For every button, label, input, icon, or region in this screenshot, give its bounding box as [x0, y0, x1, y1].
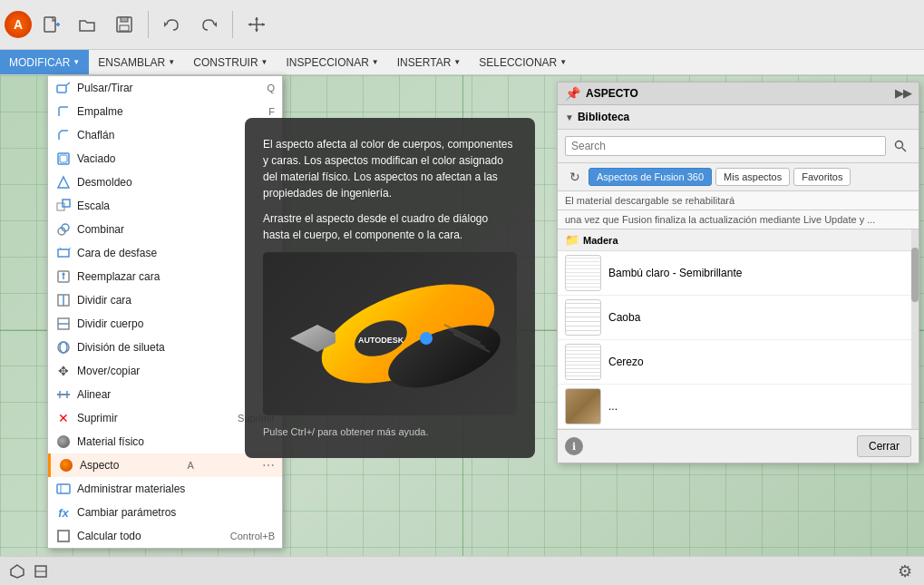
- svg-rect-3: [120, 25, 129, 31]
- svg-marker-16: [58, 177, 69, 188]
- panel-footer: ℹ Cerrar: [558, 429, 919, 463]
- tab-mis-aspectos[interactable]: Mis aspectos: [715, 168, 790, 186]
- material-item-3[interactable]: ...: [558, 385, 919, 429]
- svg-marker-11: [262, 23, 265, 26]
- material-item-2[interactable]: Cerezo: [558, 340, 919, 385]
- settings-button[interactable]: ⚙: [893, 560, 917, 583]
- tooltip-body2: Arrastre el aspecto desde el cuadro de d…: [263, 210, 517, 243]
- swatch-caoba: [565, 299, 601, 336]
- dividir-cara-icon: [55, 292, 72, 308]
- dropdown-item-16[interactable]: Aspecto A ⋯: [48, 453, 282, 477]
- calcular-todo-icon: [55, 528, 72, 544]
- panel-pin-icon[interactable]: 📌: [565, 86, 580, 101]
- svg-marker-8: [255, 17, 258, 20]
- seleccionar-arrow: ▼: [559, 58, 567, 66]
- insertar-arrow: ▼: [453, 58, 461, 66]
- svg-point-43: [420, 332, 433, 345]
- menu-inspeccionar[interactable]: INSPECCIONAR ▼: [277, 50, 387, 74]
- svg-rect-2: [121, 17, 128, 22]
- inspeccionar-arrow: ▼: [372, 58, 379, 66]
- mover-icon: ✥: [55, 363, 72, 379]
- svg-line-23: [69, 248, 71, 249]
- menu-modificar[interactable]: MODIFICAR ▼: [0, 50, 89, 74]
- menu-ensamblar[interactable]: ENSAMBLAR ▼: [89, 50, 184, 74]
- refresh-button[interactable]: ↻: [565, 167, 585, 187]
- tooltip-body1: El aspecto afecta al color de cuerpos, c…: [263, 136, 517, 201]
- menu-bar: MODIFICAR ▼ ENSAMBLAR ▼ CONSTRUIR ▼ INSP…: [0, 50, 924, 75]
- dropdown-item-18[interactable]: fx Cambiar parámetros: [48, 501, 282, 524]
- material-item-1[interactable]: Caoba: [558, 296, 919, 340]
- ensamblar-arrow: ▼: [168, 58, 175, 66]
- search-row: [558, 130, 919, 163]
- svg-rect-12: [57, 85, 66, 93]
- undo-button[interactable]: [156, 10, 189, 39]
- dropdown-item-19[interactable]: Calcular todo Control+B: [48, 524, 282, 548]
- material-item-0[interactable]: Bambú claro - Semibrillante: [558, 251, 919, 296]
- svg-marker-49: [11, 565, 24, 578]
- svg-rect-15: [60, 155, 67, 162]
- construir-arrow: ▼: [261, 58, 268, 66]
- tooltip-popup: El aspecto afecta al color de cuerpos, c…: [245, 118, 535, 458]
- more-options-icon[interactable]: ⋯: [262, 458, 275, 473]
- scale-icon: [55, 198, 72, 214]
- settings-icon: ⚙: [898, 561, 912, 581]
- library-label: Biblioteca: [578, 111, 629, 123]
- cara-desfase-icon: [55, 245, 72, 261]
- panel-expand-icon[interactable]: ▶▶: [895, 87, 911, 100]
- dropdown-item-0[interactable]: Pulsar/Tirar Q: [48, 76, 282, 100]
- svg-text:AUTODESK: AUTODESK: [358, 336, 404, 345]
- dividir-cuerpo-icon: [55, 316, 72, 332]
- tab-fusion360[interactable]: Aspectos de Fusion 360: [588, 168, 712, 186]
- search-button[interactable]: [890, 135, 911, 157]
- aspecto-icon: [58, 457, 74, 473]
- library-header: ▼ Biblioteca: [558, 105, 919, 130]
- menu-insertar[interactable]: INSERTAR ▼: [388, 50, 471, 74]
- scrollbar-thumb[interactable]: [911, 248, 919, 302]
- panel-title: ASPECTO: [586, 87, 638, 100]
- reemplazar-icon: [55, 268, 72, 285]
- info-text: El material descargable se rehabilitará: [558, 191, 919, 210]
- tooltip-image: AUTODESK: [263, 252, 517, 415]
- aspect-panel: 📌 ASPECTO ▶▶ ▼ Biblioteca ↻ Aspectos de …: [557, 82, 919, 463]
- svg-line-48: [902, 148, 906, 151]
- menu-construir[interactable]: CONSTRUIR ▼: [184, 50, 277, 74]
- svg-point-32: [60, 342, 67, 353]
- folder-icon: 📁: [565, 233, 579, 247]
- redo-button[interactable]: [192, 10, 225, 39]
- app-logo: A: [5, 11, 32, 38]
- save-button[interactable]: [108, 10, 141, 39]
- push-pull-icon: [55, 80, 72, 96]
- info-button[interactable]: ℹ: [565, 437, 583, 455]
- material-list: 📁 Madera Bambú claro - Semibrillante Cao…: [558, 229, 919, 429]
- nav-icon-2[interactable]: [31, 561, 51, 581]
- swatch-extra: [565, 388, 601, 424]
- scrollbar-track: [911, 229, 919, 429]
- svg-point-47: [896, 141, 903, 149]
- alinear-icon: [55, 386, 72, 403]
- draft-icon: [55, 174, 72, 190]
- close-button[interactable]: Cerrar: [857, 435, 911, 457]
- open-button[interactable]: [72, 10, 104, 39]
- fillet-icon: [55, 103, 72, 120]
- tooltip-footer: Pulse Ctrl+/ para obtener más ayuda.: [263, 424, 517, 440]
- menu-seleccionar[interactable]: SELECCIONAR ▼: [470, 50, 576, 74]
- svg-rect-36: [57, 484, 70, 493]
- admin-materiales-icon: [55, 481, 72, 497]
- cambiar-params-icon: fx: [55, 504, 72, 521]
- svg-marker-9: [255, 29, 258, 32]
- panel-header: 📌 ASPECTO ▶▶: [558, 83, 919, 105]
- bottom-bar: ⚙: [0, 556, 924, 585]
- modificar-arrow: ▼: [73, 58, 80, 66]
- svg-line-13: [66, 83, 70, 85]
- nav-icon-1[interactable]: [7, 561, 27, 581]
- combine-icon: [55, 221, 72, 238]
- svg-rect-21: [58, 249, 69, 257]
- search-input[interactable]: [565, 136, 886, 156]
- new-button[interactable]: [35, 10, 68, 39]
- svg-marker-26: [62, 272, 65, 275]
- move-button[interactable]: [240, 10, 273, 39]
- toolbar: A: [0, 0, 924, 50]
- material-fisico-icon: [55, 434, 72, 450]
- tab-favoritos[interactable]: Favoritos: [793, 168, 851, 186]
- dropdown-item-17[interactable]: Administrar materiales: [48, 477, 282, 501]
